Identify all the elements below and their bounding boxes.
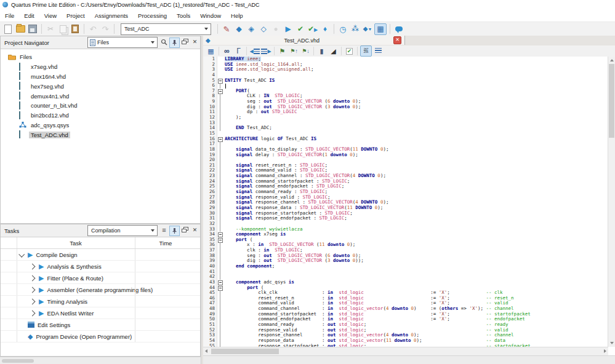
fold-marker-icon[interactable] — [217, 136, 225, 142]
replace-tool-button[interactable]: Γ — [233, 46, 244, 56]
tasks-menu-icon[interactable]: ≡ — [159, 226, 169, 235]
tab-close-icon[interactable]: ✕ — [393, 36, 401, 44]
file-item-demux4n1-vhd[interactable]: demux4n1.vhd — [1, 91, 200, 101]
undo-button[interactable]: ↶ — [87, 24, 98, 34]
task-row-analysis-synthesis[interactable]: ▶Analysis & Synthesis — [1, 261, 200, 272]
menu-project[interactable]: Project — [62, 10, 90, 21]
indent-increase-button[interactable]: ▶ — [261, 46, 271, 56]
platform-designer-button[interactable]: ◆▼ — [362, 24, 373, 34]
copy-button[interactable] — [57, 24, 68, 34]
file-grid-button[interactable]: ▦ — [206, 46, 216, 56]
expander-right-icon[interactable] — [30, 275, 36, 281]
task-row-program-device-open-programmer-[interactable]: ◆Program Device (Open Programmer) — [1, 331, 200, 342]
task-row-timing-analysis[interactable]: ▶Timing Analysis — [1, 296, 200, 307]
bookmark-next-button[interactable]: ⚑↓ — [300, 46, 311, 56]
expander-right-icon[interactable] — [30, 287, 36, 293]
fold-marker-icon[interactable] — [217, 237, 225, 243]
assembler-button[interactable]: ◇ — [258, 24, 269, 34]
menu-processing[interactable]: Processing — [133, 10, 172, 21]
tasks-close-icon[interactable]: ✕ — [190, 226, 199, 235]
editor-vscrollbar[interactable] — [608, 57, 615, 347]
tasks-flow-combo[interactable]: Compilation — [87, 225, 158, 236]
find-binoculars-button[interactable]: ∞ — [222, 46, 232, 56]
start-timing-check-button[interactable]: ✔▶ — [307, 24, 318, 34]
task-row-edit-settings[interactable]: Edit Settings — [1, 319, 200, 331]
code-line: 11 dp : out STD_LOGIC — [203, 109, 608, 115]
file-item-hex7seg-vhd[interactable]: hex7seg.vhd — [1, 81, 200, 91]
paste-button[interactable] — [70, 24, 81, 34]
programmer-button[interactable]: ▦ — [374, 23, 387, 35]
expander-right-icon[interactable] — [30, 263, 36, 269]
navigator-search-icon[interactable] — [159, 38, 169, 47]
menu-tools[interactable]: Tools — [172, 10, 195, 21]
fold-marker-icon[interactable] — [217, 89, 225, 94]
open-file-button[interactable] — [15, 24, 26, 34]
assignment-editor-button[interactable]: ✎ — [221, 24, 232, 34]
file-item-mux16n4-vhd[interactable]: mux16n4.vhd — [1, 72, 200, 82]
start-compilation-button[interactable]: ▶ — [283, 24, 294, 34]
stop-processing-button[interactable]: ● — [270, 24, 281, 34]
task-row-eda-netlist-writer[interactable]: ▶EDA Netlist Writer — [1, 307, 200, 319]
file-item-adc_qsys-qsys[interactable]: adc_qsys.qsys — [1, 121, 200, 130]
line-style-button[interactable] — [373, 46, 384, 56]
file-item-test_adc-vhd[interactable]: Test_ADC.vhd — [1, 130, 200, 140]
editor-hscrollbar-thumb[interactable] — [211, 349, 279, 354]
expander-down-icon[interactable] — [18, 251, 25, 257]
task-row-compile-design[interactable]: ▶Compile Design — [1, 249, 200, 261]
fitter-button[interactable]: ◈ — [246, 24, 257, 34]
file-item-bin2bcd12-vhd[interactable]: bin2bcd12.vhd — [1, 111, 200, 121]
fold-marker-icon[interactable] — [217, 280, 225, 285]
task-row-assembler-generate-programming-files-[interactable]: ▶Assembler (Generate programming files) — [1, 284, 200, 296]
expander-right-icon[interactable] — [30, 298, 36, 304]
tasks-hscrollbar[interactable] — [0, 357, 201, 364]
menu-edit[interactable]: Edit — [19, 10, 39, 21]
fold-marker-icon[interactable] — [217, 232, 225, 237]
code-area[interactable]: 1LIBRARY ieee;2USE ieee.std_logic_1164.a… — [203, 57, 608, 347]
scroll-up-icon[interactable] — [610, 59, 614, 61]
menu-assignments[interactable]: Assignments — [90, 10, 133, 21]
line-count-badge-button[interactable]: 267256 — [360, 46, 372, 57]
fold-marker-icon[interactable] — [217, 285, 225, 291]
expander-right-icon[interactable] — [30, 310, 36, 316]
new-file-button[interactable] — [2, 24, 14, 34]
bookmark-previous-button[interactable]: ⚑↑ — [289, 46, 299, 56]
timing-analyzer-button[interactable]: ◷ — [337, 24, 348, 34]
file-item-counter_n_bit-vhd[interactable]: counter_n_bit.vhd — [1, 101, 200, 111]
project-combo[interactable]: Test_ADC — [121, 23, 211, 35]
menu-window[interactable]: Window — [195, 10, 226, 21]
menu-file[interactable]: File — [0, 10, 19, 21]
cut-button[interactable]: ✂ — [45, 24, 56, 34]
navigator-pin-icon[interactable] — [169, 38, 180, 48]
task-row-fitter-place-route-[interactable]: ▶Fitter (Place & Route) — [1, 272, 200, 284]
uncomment-selection-button[interactable]: ◢ — [328, 46, 339, 56]
tasks-hscrollbar-thumb[interactable] — [2, 359, 34, 363]
scroll-left-icon[interactable] — [205, 349, 207, 353]
navigator-float-icon[interactable] — [180, 38, 190, 47]
scroll-down-icon[interactable] — [610, 342, 614, 344]
tasks-pin-icon[interactable] — [169, 226, 180, 236]
redo-button[interactable]: ↷ — [100, 24, 111, 34]
editor-hscrollbar[interactable] — [203, 347, 608, 355]
help-bubble-button[interactable] — [393, 24, 404, 34]
tasks-float-icon[interactable] — [180, 226, 190, 235]
start-analysis-check-button[interactable]: ✔ — [295, 24, 306, 34]
editor-vscrollbar-thumb[interactable] — [609, 64, 614, 138]
navigator-close-icon[interactable]: ✕ — [190, 38, 199, 47]
fold-guide — [217, 179, 225, 184]
indent-decrease-button[interactable]: ◀ — [249, 46, 260, 56]
fold-marker-icon[interactable] — [217, 78, 225, 84]
file-item-x7seg-vhd[interactable]: x7seg.vhd — [1, 62, 200, 72]
bookmark-toggle-button[interactable]: ⚑ — [277, 46, 287, 56]
menu-view[interactable]: View — [39, 10, 62, 21]
tab-test-adc[interactable]: ◆ Test_ADC.vhd ✕ — [203, 36, 405, 45]
partition-drop-button[interactable]: ♦ — [320, 24, 331, 34]
analysis-synthesis-button[interactable]: ◆ — [233, 24, 244, 34]
netlist-viewer-button[interactable]: ⁂ — [350, 24, 361, 34]
comment-selection-button[interactable]: ▮ — [316, 46, 327, 56]
menu-help[interactable]: Help — [226, 10, 248, 21]
save-file-button[interactable] — [27, 24, 38, 34]
tree-root-files[interactable]: Files — [1, 52, 200, 62]
scroll-right-icon[interactable] — [604, 349, 606, 353]
navigator-view-combo[interactable]: Files — [87, 37, 158, 48]
syntax-check-button[interactable]: ✔ — [344, 46, 355, 56]
